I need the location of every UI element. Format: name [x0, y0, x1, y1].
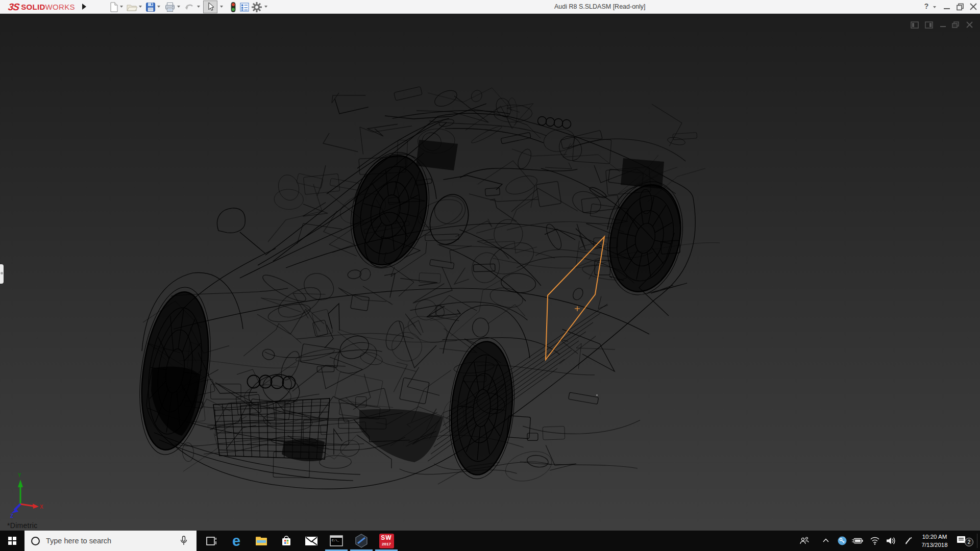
volume-button[interactable]: [884, 531, 898, 551]
wireframe-car-model[interactable]: [0, 14, 980, 531]
print-dropdown-icon[interactable]: [177, 6, 180, 8]
svg-text:Z: Z: [10, 513, 13, 519]
edge-icon: e: [232, 534, 240, 547]
graphics-viewport[interactable]: Y X Z *Dimetric: [0, 14, 980, 531]
task-view-icon: [205, 535, 217, 547]
file-explorer-button[interactable]: [249, 531, 274, 551]
pane-right-toggle-icon[interactable]: [924, 20, 934, 30]
show-desktop-divider[interactable]: [977, 534, 977, 548]
chevron-up-icon: [822, 537, 830, 545]
microphone-icon[interactable]: [180, 535, 188, 546]
taskbar-clock[interactable]: 10:20 AM 7/13/2018: [917, 533, 952, 549]
help-button[interactable]: ?: [921, 2, 932, 10]
people-button[interactable]: [797, 531, 812, 551]
mail-icon: [305, 535, 318, 546]
pen-icon: [904, 536, 913, 545]
help-dropdown-icon[interactable]: [933, 6, 936, 8]
open-dropdown-icon[interactable]: [139, 6, 142, 8]
start-button[interactable]: [0, 531, 24, 551]
undo-dropdown-icon[interactable]: [197, 6, 200, 8]
toolbar-expander-icon[interactable]: [82, 4, 86, 10]
action-center-button[interactable]: 2: [953, 531, 976, 551]
save-icon[interactable]: [145, 2, 156, 13]
solidworks-logo: 3S SOLIDWORKS: [8, 1, 75, 13]
command-prompt-icon: C:\_: [330, 535, 343, 547]
expander-knob-icon: [1, 272, 3, 274]
document-close-icon[interactable]: [965, 20, 975, 30]
date-label: 7/13/2018: [917, 541, 952, 549]
open-icon[interactable]: [126, 2, 137, 13]
new-document-icon[interactable]: [108, 2, 119, 13]
edrawings-hexagon-icon: [354, 534, 369, 548]
notification-badge: 2: [965, 538, 973, 546]
speaker-icon: [886, 536, 897, 545]
select-cursor-icon: [204, 1, 217, 13]
blue-key-icon: [837, 536, 847, 546]
task-view-button[interactable]: [199, 531, 224, 551]
3ds-logo-glyph: 3S: [7, 2, 19, 13]
view-orientation-label: *Dimetric: [7, 521, 37, 530]
svg-text:X: X: [40, 504, 43, 510]
store-icon: [280, 535, 292, 547]
mail-button[interactable]: [299, 531, 324, 551]
new-dropdown-icon[interactable]: [120, 6, 123, 8]
select-tool-button[interactable]: [203, 1, 217, 13]
solidworks-button[interactable]: SW 2017: [374, 531, 399, 551]
title-bar: 3S SOLIDWORKS: [0, 0, 980, 14]
solidworks-2017-icon: SW 2017: [379, 534, 394, 548]
file-explorer-icon: [255, 535, 268, 547]
select-dropdown-icon[interactable]: [220, 6, 223, 8]
network-button[interactable]: [868, 531, 882, 551]
store-button[interactable]: [274, 531, 299, 551]
time-label: 10:20 AM: [917, 533, 952, 541]
print-icon[interactable]: [164, 2, 176, 13]
windows-logo-icon: [8, 537, 12, 540]
document-minimize-icon[interactable]: [938, 20, 948, 30]
window-title: Audi R8 S.SLDASM [Read-only]: [554, 3, 646, 10]
command-prompt-button[interactable]: C:\_: [324, 531, 349, 551]
save-dropdown-icon[interactable]: [157, 6, 160, 8]
pane-left-toggle-icon[interactable]: [910, 20, 920, 30]
people-icon: [799, 536, 810, 546]
svg-text:C:\_: C:\_: [332, 539, 339, 542]
svg-text:Y: Y: [18, 472, 21, 478]
minimize-button[interactable]: [942, 2, 952, 11]
battery-button[interactable]: [850, 531, 865, 551]
windows-taskbar: e C:\_: [0, 531, 980, 551]
wifi-icon: [870, 536, 880, 545]
hidden-icons-button[interactable]: [819, 531, 833, 551]
close-button[interactable]: [968, 2, 978, 11]
rebuild-traffic-light-icon[interactable]: [228, 2, 239, 13]
battery-charging-icon: [851, 537, 864, 545]
windows-ink-button[interactable]: [901, 531, 916, 551]
edge-button[interactable]: e: [224, 531, 249, 551]
mouse-cursor-dot: [596, 394, 598, 396]
orientation-triad: Y X Z: [4, 466, 60, 522]
tray-app-button[interactable]: [835, 531, 849, 551]
restore-button[interactable]: [955, 2, 965, 11]
edrawings-button[interactable]: [349, 531, 374, 551]
document-restore-icon[interactable]: [950, 20, 961, 30]
search-input[interactable]: [46, 537, 168, 545]
taskbar-search[interactable]: [24, 531, 197, 551]
options-gear-icon[interactable]: [251, 2, 262, 13]
undo-icon[interactable]: [184, 2, 195, 13]
selected-face-highlight[interactable]: [546, 237, 604, 360]
options-dropdown-icon[interactable]: [264, 6, 267, 8]
feature-panel-expander[interactable]: [0, 264, 4, 284]
display-settings-icon[interactable]: [239, 2, 250, 13]
cortana-icon: [31, 537, 40, 545]
